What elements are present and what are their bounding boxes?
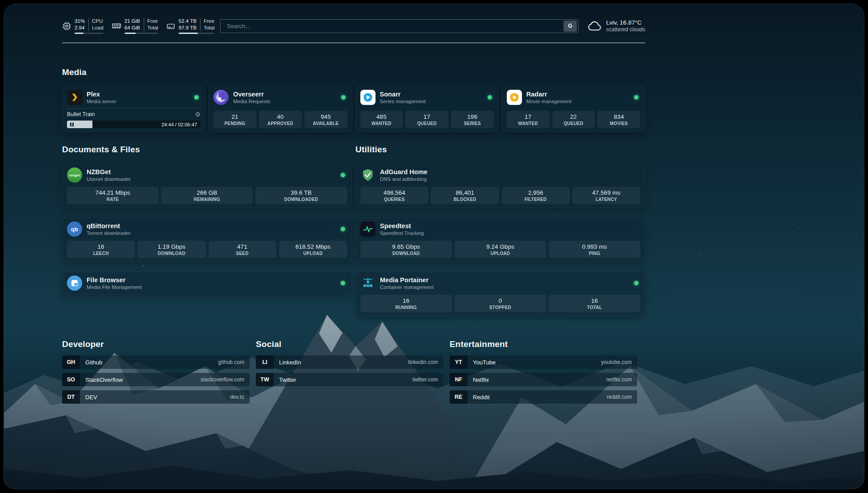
stat-value: 17 [407, 113, 447, 120]
section-title-utilities: Utilities [355, 145, 645, 155]
twitter-icon: TW [256, 373, 274, 386]
stat-pending: 21 PENDING [213, 111, 256, 128]
bookmark-url: reddit.com [607, 394, 632, 400]
section-documents: Documents & Files nzbget NZBGet Usenet d… [62, 145, 352, 316]
stat-label: SEED [210, 251, 275, 256]
app-name-portainer: Media Portainer [380, 276, 434, 284]
stat-remaining: 266 GB REMAINING [161, 187, 253, 204]
status-dot-online [488, 95, 492, 100]
memory-usage-bar [125, 33, 158, 34]
stat-label: APPROVED [261, 121, 300, 126]
stat-blocked: 86,401 BLOCKED [431, 187, 499, 204]
gear-icon[interactable]: ⚙ [195, 111, 201, 117]
bookmark-name: LinkedIn [279, 359, 301, 366]
stat-label: SERIES [453, 121, 492, 126]
storage-total-value: 97.9 TB [179, 25, 196, 31]
stat-label: LATENCY [574, 197, 638, 202]
app-subtitle-overseerr: Media Requests [233, 99, 270, 104]
stat-label: AVAILABLE [306, 121, 346, 126]
stat-value: 21 [215, 113, 255, 120]
stat-wanted: 485 WANTED [360, 111, 403, 128]
stat-running: 16 RUNNING [360, 295, 452, 312]
stat-value: 471 [210, 243, 275, 250]
cpu-percent: 31% [75, 18, 85, 25]
bookmark-stackoverflow[interactable]: SO StackOverflow stackoverflow.com [62, 373, 250, 386]
app-card-radarr[interactable]: Radarr Movie management 17 WANTED 22 QUE… [502, 86, 645, 132]
stackoverflow-icon: SO [62, 373, 80, 386]
stat-label: DOWNLOAD [139, 251, 204, 256]
section-social: Social LI LinkedIn linkedin.com TW Twitt… [256, 339, 443, 408]
cpu-widget: 31% 2.94 CPU Load [62, 18, 104, 34]
app-card-speedtest[interactable]: Speedtest Speedtest Tracking 9.65 Gbps D… [355, 217, 645, 262]
sonarr-icon [360, 90, 376, 105]
stat-value: 618.52 Mbps [281, 243, 345, 250]
cpu-label-bottom: Load [92, 25, 104, 31]
bookmark-name: StackOverflow [85, 376, 123, 383]
bookmark-name: Twitter [279, 376, 296, 383]
stat-queued: 17 QUEUED [405, 111, 448, 128]
stat-value: 16 [69, 243, 133, 250]
search-input[interactable] [226, 22, 563, 30]
stat-value: 39.6 TB [257, 189, 345, 196]
bookmark-name: YouTube [473, 359, 496, 366]
app-name-plex: Plex [87, 91, 116, 98]
app-card-nzbget[interactable]: nzbget NZBGet Usenet downloader 744.21 M… [62, 163, 352, 208]
topbar-divider [62, 42, 645, 43]
bookmark-linkedin[interactable]: LI LinkedIn linkedin.com [256, 355, 443, 369]
memory-icon [112, 21, 121, 31]
bookmark-url: stackoverflow.com [200, 376, 244, 383]
bookmark-dev[interactable]: DT DEV dev.to [62, 390, 250, 404]
app-subtitle-nzbget: Usenet downloader [87, 176, 131, 182]
bookmark-url: linkedin.com [408, 359, 438, 365]
stat-download: 9.65 Gbps DOWNLOAD [360, 241, 452, 258]
stat-value: 17 [509, 113, 548, 120]
stat-upload: 618.52 Mbps UPLOAD [279, 241, 347, 258]
stat-label: UPLOAD [281, 251, 345, 256]
pause-icon[interactable] [70, 122, 74, 126]
bookmark-name: Reddit [473, 394, 490, 401]
stat-leech: 16 LEECH [67, 241, 135, 258]
qbittorrent-icon-text: qb [71, 226, 78, 233]
app-name-nzbget: NZBGet [87, 168, 131, 176]
linkedin-icon: LI [256, 355, 274, 369]
youtube-icon: YT [450, 355, 467, 369]
reddit-icon: RE [450, 390, 467, 404]
app-card-adguard[interactable]: AdGuard Home DNS and adblocking 498,564 … [355, 163, 645, 208]
app-card-filebrowser[interactable]: File Browser Media File Management [62, 272, 352, 295]
hard-drive-icon [166, 21, 175, 31]
bookmark-netflix[interactable]: NF Netflix netflix.com [450, 373, 637, 386]
app-card-portainer[interactable]: Media Portainer Container management 16 … [355, 272, 645, 316]
bookmark-reddit[interactable]: RE Reddit reddit.com [450, 390, 637, 404]
app-card-sonarr[interactable]: Sonarr Series management 485 WANTED 17 Q… [355, 86, 499, 132]
app-card-qbittorrent[interactable]: qb qBittorrent Torrent downloader 16 LEE… [62, 217, 352, 262]
stat-value: 0 [456, 297, 544, 304]
storage-label-top: Free [204, 18, 214, 25]
app-subtitle-plex: Media server [87, 99, 116, 104]
bookmark-github[interactable]: GH Github github.com [62, 355, 250, 369]
status-dot-online [194, 95, 199, 100]
stat-label: FILTERED [504, 197, 568, 202]
search-engine-button[interactable]: G [563, 21, 577, 32]
radarr-icon [507, 90, 522, 105]
app-card-plex[interactable]: Plex Media server Bullet Train ⚙ 24:44 /… [62, 86, 205, 132]
memory-widget: 21 GiB 64 GiB Free Total [112, 18, 158, 34]
status-dot-online [634, 95, 638, 100]
memory-free-value: 21 GiB [125, 18, 140, 25]
bookmark-twitter[interactable]: TW Twitter twitter.com [256, 373, 443, 386]
stat-value: 40 [261, 113, 300, 120]
stat-value: 16 [551, 297, 638, 304]
stat-value: 744.21 Mbps [69, 189, 157, 196]
stat-label: STOPPED [456, 305, 544, 310]
search-bar[interactable]: G [220, 19, 579, 33]
storage-usage-bar [179, 33, 214, 34]
stat-value: 0.993 ms [551, 243, 638, 250]
bookmark-youtube[interactable]: YT YouTube youtube.com [450, 355, 637, 369]
app-subtitle-speedtest: Speedtest Tracking [380, 230, 424, 236]
app-name-overseerr: Overseerr [233, 91, 270, 98]
bookmark-url: youtube.com [601, 359, 632, 365]
stat-value: 485 [362, 113, 401, 120]
app-card-overseerr[interactable]: Overseerr Media Requests 21 PENDING 40 A… [209, 86, 352, 132]
dev-icon: DT [62, 390, 80, 404]
playback-progress-bar[interactable]: 24:44 / 02:06:47 [67, 121, 200, 128]
status-dot-online [341, 281, 345, 285]
